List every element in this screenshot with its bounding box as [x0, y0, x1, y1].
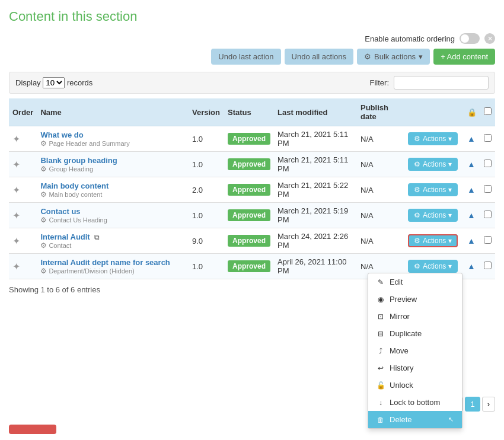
content-name-link[interactable]: What we do: [40, 130, 83, 139]
copy-icon[interactable]: ⧉: [94, 233, 100, 241]
modified-cell: March 21, 2021 5:22 PM: [274, 177, 357, 203]
up-cell: ▲: [464, 177, 480, 203]
status-badge: Approved: [228, 184, 270, 196]
modified-cell: March 21, 2021 5:11 PM: [274, 152, 357, 177]
row-checkbox[interactable]: [484, 185, 492, 193]
actions-dropdown-menu[interactable]: ✎ Edit ◉ Preview ⊡ Mirror ⊟ Duplicate ⤴ …: [368, 273, 462, 429]
bottom-red-button-area: [9, 422, 56, 434]
row-checkbox[interactable]: [484, 262, 492, 269]
actions-label: Actions: [423, 135, 446, 143]
bottom-red-button[interactable]: [9, 425, 56, 434]
undo-all-button[interactable]: Undo all actions: [285, 49, 354, 65]
menu-label-mirror: Mirror: [390, 312, 410, 321]
menu-item-move[interactable]: ⤴ Move: [368, 342, 462, 359]
content-name-link-wrapper: Main body content: [40, 181, 185, 190]
auto-order-toggle[interactable]: [460, 33, 480, 44]
toggle-bg[interactable]: [460, 33, 480, 44]
bulk-actions-button[interactable]: ⚙ Bulk actions ▾: [357, 49, 430, 65]
col-name: Name: [37, 98, 189, 126]
menu-item-duplicate[interactable]: ⊟ Duplicate: [368, 325, 462, 342]
status-cell: Approved: [224, 177, 274, 203]
publish-cell: N/A: [357, 177, 404, 203]
move-icon: ⤴: [377, 347, 385, 355]
actions-button[interactable]: ⚙ Actions ▾: [408, 132, 458, 145]
drag-handle[interactable]: ✦: [12, 211, 20, 221]
actions-chevron: ▾: [448, 160, 452, 168]
actions-label: Actions: [423, 186, 446, 194]
col-version: Version: [189, 98, 224, 126]
menu-item-preview[interactable]: ◉ Preview: [368, 291, 462, 308]
content-type-icon: ⚙: [40, 241, 47, 250]
add-content-button[interactable]: + Add content: [433, 49, 495, 65]
content-name-link[interactable]: Blank group heading: [40, 156, 117, 165]
col-actions: [404, 98, 464, 126]
modified-cell: April 26, 2021 11:00 PM: [274, 254, 357, 279]
menu-item-delete[interactable]: 🗑 Delete ↖: [368, 411, 462, 428]
drag-handle[interactable]: ✦: [12, 185, 20, 195]
actions-chevron: ▾: [448, 237, 452, 245]
row-checkbox[interactable]: [484, 211, 492, 218]
menu-label-edit: Edit: [390, 278, 403, 286]
menu-item-mirror[interactable]: ⊡ Mirror: [368, 308, 462, 325]
menu-label-unlock: Unlock: [390, 381, 413, 390]
actions-button[interactable]: ⚙ Actions ▾: [408, 183, 458, 196]
content-name-link[interactable]: Main body content: [40, 181, 109, 190]
next-page-button[interactable]: ›: [482, 397, 495, 412]
move-up-button[interactable]: ▲: [467, 160, 476, 169]
up-cell: ▲: [464, 126, 480, 152]
undo-last-button[interactable]: Undo last action: [211, 49, 280, 65]
actions-gear-icon: ⚙: [414, 135, 420, 143]
content-name-link-wrapper: Blank group heading: [40, 156, 185, 165]
col-publish: Publish date: [357, 98, 404, 126]
filter-input[interactable]: [394, 76, 489, 90]
menu-item-lock-bottom[interactable]: ↓ Lock to bottom: [368, 394, 462, 411]
content-name-link[interactable]: Contact us: [40, 207, 80, 216]
move-up-button[interactable]: ▲: [467, 236, 476, 245]
duplicate-icon: ⊟: [377, 330, 385, 338]
actions-label: Actions: [423, 237, 446, 245]
check-cell: [480, 203, 495, 228]
drag-cell: ✦: [9, 152, 37, 177]
actions-button[interactable]: ⚙ Actions ▾: [408, 234, 458, 247]
content-name-link[interactable]: Internal Audit dept name for search: [40, 258, 170, 267]
drag-cell: ✦: [9, 177, 37, 203]
content-type-icon: ⚙: [40, 165, 47, 173]
move-up-button[interactable]: ▲: [467, 262, 476, 271]
display-select[interactable]: 10 25 50: [43, 77, 65, 88]
display-label: Display: [15, 78, 41, 87]
menu-item-unlock[interactable]: 🔓 Unlock: [368, 377, 462, 394]
move-up-button[interactable]: ▲: [467, 134, 476, 144]
row-checkbox[interactable]: [484, 134, 492, 142]
actions-button[interactable]: ⚙ Actions ▾: [408, 209, 458, 222]
menu-label-move: Move: [390, 346, 409, 355]
publish-cell: N/A: [357, 126, 404, 152]
menu-item-history[interactable]: ↩ History: [368, 359, 462, 377]
cursor-indicator: ↖: [448, 416, 454, 423]
lock-bottom-icon: ↓: [377, 398, 385, 407]
content-type-icon: ⚙: [40, 139, 47, 148]
actions-button[interactable]: ⚙ Actions ▾: [408, 158, 458, 171]
drag-handle[interactable]: ✦: [12, 262, 20, 272]
actions-button[interactable]: ⚙ Actions ▾: [408, 260, 458, 273]
content-name-link[interactable]: Internal Audit: [40, 232, 90, 241]
edit-icon: ✎: [377, 278, 385, 286]
content-type-icon: ⚙: [40, 216, 47, 224]
check-cell: [480, 177, 495, 203]
drag-handle[interactable]: ✦: [12, 160, 20, 170]
drag-handle[interactable]: ✦: [12, 236, 20, 246]
drag-handle[interactable]: ✦: [12, 134, 20, 144]
col-status: Status: [224, 98, 274, 126]
bulk-actions-icon: ⚙: [364, 52, 371, 61]
menu-item-edit[interactable]: ✎ Edit: [368, 273, 462, 291]
display-filter-row: Display 10 25 50 records Filter:: [9, 72, 495, 94]
move-up-button[interactable]: ▲: [467, 211, 476, 220]
content-type-label: ⚙ Main body content: [40, 190, 185, 199]
row-checkbox[interactable]: [484, 160, 492, 167]
publish-cell: N/A: [357, 152, 404, 177]
select-all-checkbox[interactable]: [484, 107, 492, 115]
auto-order-close-btn[interactable]: ✕: [484, 33, 495, 44]
page-1-button[interactable]: 1: [465, 397, 480, 412]
move-up-button[interactable]: ▲: [467, 185, 476, 195]
table-row: ✦ Main body content ⚙ Main body content …: [9, 177, 495, 203]
row-checkbox[interactable]: [484, 236, 492, 244]
